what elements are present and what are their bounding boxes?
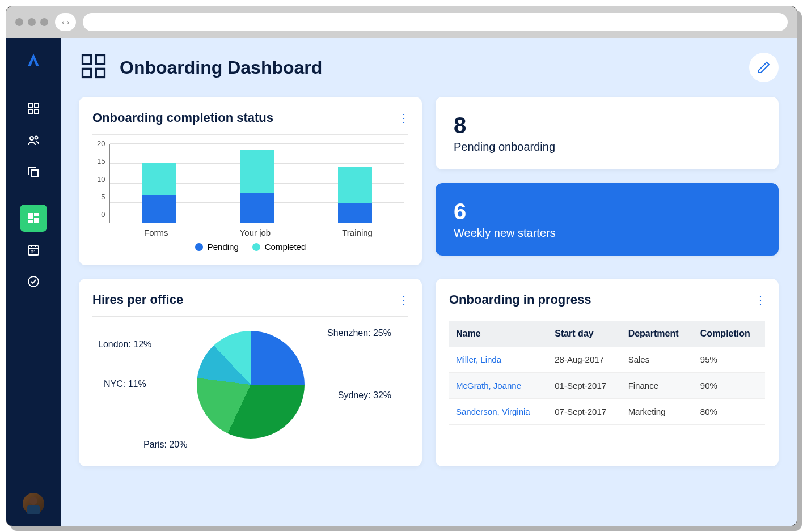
- page-header: Onboarding Dashboard: [79, 52, 779, 83]
- bar-label: Training: [342, 228, 373, 237]
- checkmark-circle-icon: [27, 275, 40, 288]
- y-tick: 5: [97, 193, 105, 201]
- stat-number: 8: [454, 113, 760, 138]
- cell-completion: 80%: [694, 399, 765, 425]
- svg-rect-0: [28, 104, 32, 108]
- y-tick: 0: [97, 210, 105, 219]
- legend-dot-pending: [195, 243, 203, 251]
- svg-rect-7: [28, 213, 33, 219]
- svg-point-5: [35, 137, 38, 139]
- chart-legend: Pending Completed: [92, 242, 408, 252]
- browser-toolbar: ‹ ›: [6, 6, 797, 38]
- card-menu-icon[interactable]: ⋮: [398, 293, 408, 307]
- th-start: Start day: [548, 321, 621, 347]
- th-name: Name: [449, 321, 548, 347]
- onboarding-progress-card: Onboarding in progress ⋮ Name Start day …: [436, 279, 779, 466]
- user-avatar[interactable]: [23, 493, 44, 514]
- legend-dot-completed: [252, 243, 260, 251]
- sidebar-item-people[interactable]: [20, 127, 47, 154]
- pie-label-sydney: Sydney: 32%: [338, 390, 391, 401]
- svg-rect-18: [83, 69, 91, 77]
- svg-rect-3: [35, 110, 39, 114]
- pie-label-paris: Paris: 20%: [143, 440, 187, 450]
- svg-text:31: 31: [31, 249, 36, 254]
- copy-icon: [27, 165, 40, 179]
- stat-label: Pending onboarding: [454, 141, 760, 154]
- card-menu-icon[interactable]: ⋮: [398, 111, 408, 125]
- browser-nav-buttons: ‹ ›: [55, 13, 76, 31]
- stat-number: 6: [454, 199, 760, 224]
- svg-point-13: [28, 276, 39, 287]
- pencil-icon: [757, 61, 771, 74]
- svg-rect-6: [31, 170, 38, 177]
- sidebar-divider: [23, 86, 44, 86]
- cell-completion: 90%: [694, 373, 765, 399]
- card-menu-icon[interactable]: ⋮: [755, 293, 765, 307]
- svg-rect-17: [96, 56, 104, 64]
- svg-point-4: [30, 137, 33, 140]
- cell-dept: Finance: [622, 373, 694, 399]
- grid-icon: [27, 102, 40, 116]
- traffic-light-minimize[interactable]: [28, 18, 36, 26]
- pie-label-shenzhen: Shenzhen: 25%: [327, 328, 391, 338]
- person-link[interactable]: Miller, Linda: [456, 355, 501, 364]
- traffic-light-close[interactable]: [15, 18, 23, 26]
- weekly-starters-card[interactable]: 6 Weekly new starters: [436, 183, 779, 256]
- th-dept: Department: [622, 321, 694, 347]
- pie-label-nyc: NYC: 11%: [104, 379, 146, 389]
- pie-chart: Shenzhen: 25% Sydney: 32% Paris: 20% NYC…: [92, 317, 408, 453]
- bar-label: Your job: [240, 228, 271, 237]
- th-completion: Completion: [694, 321, 765, 347]
- progress-table: Name Start day Department Completion Mil…: [449, 321, 765, 425]
- edit-button[interactable]: [749, 53, 779, 82]
- url-bar[interactable]: [83, 13, 788, 31]
- bar-label: Forms: [144, 228, 168, 237]
- traffic-light-maximize[interactable]: [40, 18, 48, 26]
- sidebar-item-calendar[interactable]: 31: [20, 236, 47, 263]
- sidebar: 31: [6, 38, 61, 526]
- sidebar-item-folders[interactable]: [20, 159, 47, 186]
- card-title: Onboarding completion status: [92, 110, 273, 125]
- legend-label: Completed: [265, 242, 306, 252]
- forward-icon[interactable]: ›: [67, 18, 70, 27]
- svg-rect-10: [28, 220, 33, 223]
- svg-rect-15: [27, 505, 40, 514]
- main-content: Onboarding Dashboard Onboarding completi…: [61, 38, 797, 526]
- app-logo-icon[interactable]: [22, 49, 45, 72]
- bar-your-job: [240, 150, 274, 223]
- hires-per-office-card: Hires per office ⋮ Shenzhen: 25% Sydney:…: [79, 279, 422, 466]
- y-tick: 20: [97, 139, 105, 148]
- bar-forms: [142, 163, 176, 223]
- svg-rect-2: [28, 110, 32, 114]
- people-icon: [27, 134, 40, 147]
- person-link[interactable]: McGrath, Joanne: [456, 381, 521, 390]
- table-row: Miller, Linda 28-Aug-2017 Sales 95%: [449, 347, 765, 373]
- y-tick: 15: [97, 157, 105, 165]
- svg-rect-1: [35, 104, 39, 108]
- pie-label-london: London: 12%: [98, 339, 151, 350]
- svg-rect-16: [83, 56, 91, 64]
- y-tick: 10: [97, 175, 105, 184]
- bar-chart: 0 5 10 15 20: [92, 135, 408, 223]
- cell-dept: Marketing: [622, 399, 694, 425]
- sidebar-item-dashboard[interactable]: [20, 95, 47, 122]
- bar-training: [338, 167, 372, 223]
- sidebar-item-tasks[interactable]: [20, 268, 47, 295]
- svg-rect-19: [96, 69, 104, 77]
- person-link[interactable]: Sanderson, Virginia: [456, 407, 530, 416]
- sidebar-item-board-active[interactable]: [20, 205, 47, 232]
- svg-rect-8: [34, 213, 39, 216]
- card-title: Onboarding in progress: [449, 292, 591, 307]
- table-row: McGrath, Joanne 01-Sept-2017 Finance 90%: [449, 373, 765, 399]
- back-icon[interactable]: ‹: [62, 18, 65, 27]
- sidebar-divider: [23, 195, 44, 195]
- board-icon: [27, 211, 40, 225]
- page-title: Onboarding Dashboard: [120, 57, 738, 78]
- cell-start: 01-Sept-2017: [548, 373, 621, 399]
- table-row: Sanderson, Virginia 07-Sept-2017 Marketi…: [449, 399, 765, 425]
- cell-dept: Sales: [622, 347, 694, 373]
- pending-onboarding-card[interactable]: 8 Pending onboarding: [436, 97, 779, 169]
- card-title: Hires per office: [92, 292, 183, 307]
- calendar-icon: 31: [27, 243, 40, 257]
- completion-status-card: Onboarding completion status ⋮ 0 5 10 15…: [79, 97, 422, 265]
